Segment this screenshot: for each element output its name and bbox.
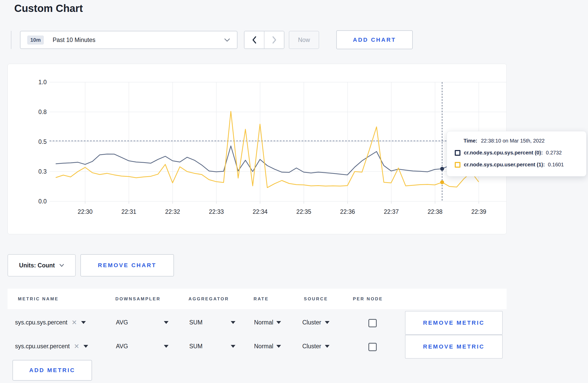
downsampler-value: AVG — [116, 343, 128, 350]
time-range-dropdown[interactable]: 10m Past 10 Minutes — [20, 31, 237, 49]
remove-metric-button[interactable]: REMOVE METRIC — [405, 311, 503, 335]
source-value: Cluster — [302, 319, 321, 326]
hover-point-marker — [440, 180, 444, 184]
tooltip-series-value: 0.2732 — [546, 150, 562, 156]
caret-down-icon — [325, 345, 330, 348]
column-header-downsampler: DOWNSAMPLER — [115, 296, 160, 302]
time-range-label: Past 10 Minutes — [53, 37, 95, 44]
units-dropdown[interactable]: Units: Count — [8, 254, 76, 276]
chart-card: 0.00.30.50.81.022:3022:3122:3222:3322:34… — [8, 64, 507, 234]
toolbar-divider — [11, 31, 11, 49]
y-axis-tick-label: 1.0 — [38, 79, 47, 86]
chevron-right-icon — [272, 36, 277, 44]
x-axis-tick-label: 22:39 — [471, 208, 486, 215]
metrics-table-header: METRIC NAMEDOWNSAMPLERAGGREGATORRATESOUR… — [8, 289, 507, 309]
series-swatch-icon — [455, 150, 460, 156]
x-axis-tick-label: 22:37 — [384, 208, 399, 215]
caret-down-icon — [325, 321, 330, 324]
caret-down-icon — [276, 345, 281, 348]
metric-table-row: sys.cpu.sys.percent✕AVGSUMNormalClusterR… — [0, 311, 588, 334]
tooltip-series-row: cr.node.sys.cpu.sys.percent (0):0.2732 — [455, 150, 586, 156]
add-chart-button[interactable]: ADD CHART — [336, 30, 413, 49]
x-axis-tick-label: 22:38 — [428, 208, 443, 215]
per-node-checkbox[interactable] — [368, 319, 377, 327]
y-axis-tick-label: 0.3 — [38, 168, 47, 175]
custom-chart-page: Custom Chart 10m Past 10 Minutes Now ADD… — [0, 0, 588, 383]
units-label: Units: Count — [19, 262, 55, 269]
hover-point-marker — [440, 167, 444, 171]
y-axis-tick-label: 0.8 — [38, 109, 47, 115]
source-select[interactable]: Cluster — [302, 311, 330, 334]
chevron-down-icon — [224, 38, 230, 42]
y-axis-tick-label: 0.0 — [38, 198, 47, 205]
series-swatch-icon — [455, 162, 460, 168]
x-axis-tick-label: 22:32 — [165, 208, 180, 215]
time-series-chart[interactable]: 0.00.30.50.81.022:3022:3122:3222:3322:34… — [8, 64, 507, 235]
tooltip-time-value: 22:38:10 on Mar 15th, 2022 — [481, 138, 545, 144]
x-axis-tick-label: 22:34 — [253, 208, 268, 215]
tooltip-series-value: 0.1601 — [548, 162, 564, 168]
chevron-down-icon — [59, 264, 64, 267]
metric-name-select[interactable]: sys.cpu.user.percent✕ — [15, 335, 111, 358]
next-time-button[interactable] — [264, 31, 284, 48]
aggregator-select[interactable]: SUM — [189, 335, 235, 358]
source-select[interactable]: Cluster — [302, 335, 330, 358]
time-nav-group — [244, 31, 284, 49]
y-axis-tick-label: 0.5 — [38, 138, 47, 145]
metric-name-select[interactable]: sys.cpu.sys.percent✕ — [15, 311, 111, 334]
chart-tooltip: Time: 22:38:10 on Mar 15th, 2022 cr.node… — [447, 131, 586, 176]
metric-name-value: sys.cpu.sys.percent — [15, 319, 67, 326]
downsampler-value: AVG — [116, 319, 128, 326]
aggregator-value: SUM — [189, 343, 202, 350]
x-axis-tick-label: 22:30 — [78, 208, 93, 215]
rate-select[interactable]: Normal — [254, 311, 281, 334]
metric-name-value: sys.cpu.user.percent — [15, 343, 70, 350]
x-axis-tick-label: 22:33 — [209, 208, 224, 215]
series-line — [56, 146, 479, 175]
series-line — [56, 111, 479, 188]
tooltip-series-label: cr.node.sys.cpu.sys.percent (0): — [464, 150, 543, 156]
rate-value: Normal — [254, 343, 273, 350]
tooltip-series-label: cr.node.sys.cpu.user.percent (1): — [464, 162, 545, 168]
column-header-source: SOURCE — [304, 296, 328, 302]
source-value: Cluster — [302, 343, 321, 350]
chevron-left-icon — [252, 36, 257, 44]
remove-metric-label: REMOVE METRIC — [423, 320, 485, 326]
aggregator-select[interactable]: SUM — [189, 311, 235, 334]
x-axis-tick-label: 22:31 — [121, 208, 136, 215]
rate-value: Normal — [254, 319, 273, 326]
column-header-metric-name: METRIC NAME — [18, 296, 59, 302]
tooltip-series-row: cr.node.sys.cpu.user.percent (1):0.1601 — [455, 162, 586, 168]
caret-down-icon — [164, 321, 169, 324]
page-title: Custom Chart — [14, 3, 83, 14]
column-header-per-node: PER NODE — [353, 296, 383, 302]
downsampler-select[interactable]: AVG — [116, 311, 169, 334]
x-axis-tick-label: 22:35 — [296, 208, 311, 215]
clear-metric-icon[interactable]: ✕ — [72, 319, 77, 326]
tooltip-time-label: Time: — [464, 138, 477, 144]
caret-down-icon — [83, 345, 88, 348]
caret-down-icon — [231, 345, 235, 348]
per-node-checkbox[interactable] — [368, 343, 377, 351]
remove-chart-button[interactable]: REMOVE CHART — [80, 254, 174, 276]
tooltip-time-row: Time: 22:38:10 on Mar 15th, 2022 — [464, 138, 586, 144]
prev-time-button[interactable] — [244, 31, 264, 48]
x-axis-tick-label: 22:36 — [340, 208, 355, 215]
column-header-aggregator: AGGREGATOR — [188, 296, 229, 302]
downsampler-select[interactable]: AVG — [116, 335, 169, 358]
caret-down-icon — [276, 321, 281, 324]
caret-down-icon — [231, 321, 235, 324]
column-header-rate: RATE — [254, 296, 269, 302]
add-metric-button[interactable]: ADD METRIC — [12, 360, 92, 381]
metric-table-row: sys.cpu.user.percent✕AVGSUMNormalCluster… — [0, 335, 588, 358]
caret-down-icon — [81, 321, 86, 324]
caret-down-icon — [164, 345, 169, 348]
aggregator-value: SUM — [189, 319, 202, 326]
time-range-badge: 10m — [27, 36, 44, 45]
remove-metric-label: REMOVE METRIC — [423, 343, 485, 350]
now-button[interactable]: Now — [289, 31, 319, 49]
remove-metric-button[interactable]: REMOVE METRIC — [405, 335, 503, 359]
rate-select[interactable]: Normal — [254, 335, 281, 358]
clear-metric-icon[interactable]: ✕ — [74, 343, 79, 350]
